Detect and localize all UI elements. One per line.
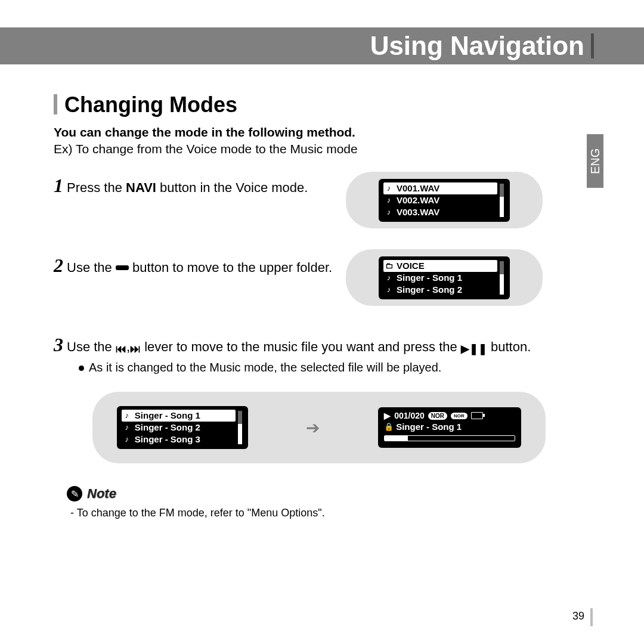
step-3: 3Use the ⏮,⏭ lever to move to the music …: [54, 336, 590, 358]
heading-accent-bar: [54, 94, 57, 114]
intro-example: Ex) To change from the Voice mode to the…: [54, 142, 358, 156]
step-1: 1Press the NAVI button in the Voice mode…: [54, 177, 334, 197]
file-name: Singer - Song 1: [397, 272, 462, 284]
scrollbar-thumb: [500, 184, 504, 197]
eq-badge: NOR: [428, 412, 447, 420]
section-heading-text: Changing Modes: [64, 92, 237, 117]
note-heading: ✎ Note: [67, 486, 116, 501]
step-2-number: 2: [54, 255, 63, 276]
pencil-icon: ✎: [71, 488, 79, 500]
lock-icon: 🔒: [384, 422, 392, 431]
list-item: ♪V003.WAV: [385, 206, 496, 218]
music-note-icon: ♪: [123, 422, 131, 434]
step-3-part2: lever to move to the music file you want…: [141, 339, 461, 354]
now-playing-title-row: 🔒 Singer - Song 1: [384, 422, 515, 432]
music-note-icon: ♪: [385, 206, 393, 218]
now-playing-title: Singer - Song 1: [396, 422, 462, 432]
play-indicator-icon: ▶: [384, 411, 391, 420]
screen-voice-files-panel: ♪V001.WAV ♪V002.WAV ♪V003.WAV: [346, 172, 543, 228]
list-item: 🗀VOICE: [383, 260, 497, 272]
screen-now-playing: ▶ 001/020 NOR NOR 🔒 Singer - Song 1: [378, 407, 521, 448]
screen-folder: 🗀VOICE ♪Singer - Song 1 ♪Singer - Song 2: [379, 256, 510, 299]
step-3-part1: Use the: [67, 339, 116, 354]
battery-icon: [471, 412, 483, 419]
step-1-number: 1: [54, 175, 63, 196]
music-note-icon: ♪: [385, 272, 393, 284]
scrollbar: [500, 261, 504, 295]
music-note-icon: ♪: [123, 434, 131, 445]
progress-fill: [385, 436, 408, 441]
note-text: - To change to the FM mode, refer to "Me…: [70, 507, 325, 519]
section-heading: Changing Modes: [54, 92, 237, 117]
file-name: Singer - Song 3: [135, 434, 200, 445]
list-item: ♪Singer - Song 2: [123, 422, 234, 434]
arrow-right-icon: ➔: [306, 418, 320, 438]
step-1-strong: NAVI: [126, 180, 156, 195]
scrollbar-thumb: [238, 411, 242, 424]
note-label: Note: [87, 486, 116, 501]
note-badge-icon: ✎: [67, 486, 82, 501]
file-name: V001.WAV: [397, 182, 439, 194]
list-item: ♪Singer - Song 3: [123, 434, 234, 445]
page-number: 39: [572, 610, 584, 623]
step-3-bullet: As it is changed to the Music mode, the …: [79, 361, 574, 374]
header-band: Using Navigation: [0, 27, 644, 64]
page-number-bar: [590, 608, 593, 626]
step-3-part3: button.: [487, 339, 531, 354]
mode-badge: NOR: [451, 413, 467, 419]
page-title: Using Navigation: [370, 27, 584, 64]
track-counter: 001/020: [394, 411, 425, 420]
step-3-number: 3: [54, 334, 63, 355]
step-1-post: button in the Voice mode.: [156, 180, 308, 195]
list-item: ♪V001.WAV: [383, 182, 497, 194]
screen-transition-panel: ♪Singer - Song 1 ♪Singer - Song 2 ♪Singe…: [92, 392, 546, 463]
file-name: Singer - Song 1: [135, 410, 200, 422]
step-2-pre: Use the: [67, 260, 116, 275]
step-2-post: button to move to the upper folder.: [129, 260, 332, 275]
music-note-icon: ♪: [385, 284, 393, 296]
scrollbar-thumb: [500, 261, 504, 274]
now-playing-status: ▶ 001/020 NOR NOR: [384, 411, 515, 420]
folder-icon: 🗀: [385, 260, 393, 272]
list-item: ♪Singer - Song 2: [385, 284, 496, 296]
progress-bar: [384, 435, 515, 441]
scrollbar: [238, 411, 242, 444]
screen-music-list: ♪Singer - Song 1 ♪Singer - Song 2 ♪Singe…: [117, 406, 248, 449]
language-tab: ENG: [587, 134, 603, 188]
scrollbar: [500, 184, 504, 217]
next-track-icon: ⏭: [130, 340, 141, 358]
file-name: Singer - Song 2: [135, 422, 200, 434]
music-note-icon: ♪: [385, 194, 393, 206]
music-note-icon: ♪: [385, 182, 393, 194]
folder-name: VOICE: [397, 260, 425, 272]
screen-folder-panel: 🗀VOICE ♪Singer - Song 1 ♪Singer - Song 2: [346, 249, 543, 306]
file-name: Singer - Song 2: [397, 284, 462, 296]
music-note-icon: ♪: [123, 410, 131, 422]
file-name: V003.WAV: [397, 206, 439, 218]
intro-bold: You can change the mode in the following…: [54, 125, 355, 140]
file-name: V002.WAV: [397, 194, 439, 206]
step-1-pre: Press the: [67, 180, 126, 195]
prev-track-icon: ⏮: [116, 340, 126, 358]
step-3-bullet-text: As it is changed to the Music mode, the …: [89, 361, 441, 374]
title-divider: [591, 33, 594, 58]
play-pause-icon: ▶❚❚: [461, 340, 487, 358]
screen-voice-files: ♪V001.WAV ♪V002.WAV ♪V003.WAV: [379, 179, 510, 222]
step-2: 2Use the button to move to the upper fol…: [54, 256, 340, 277]
list-item: ♪V002.WAV: [385, 194, 496, 206]
list-item: ♪Singer - Song 1: [122, 410, 236, 422]
list-item: ♪Singer - Song 1: [385, 272, 496, 284]
minus-button-icon: [116, 265, 129, 270]
